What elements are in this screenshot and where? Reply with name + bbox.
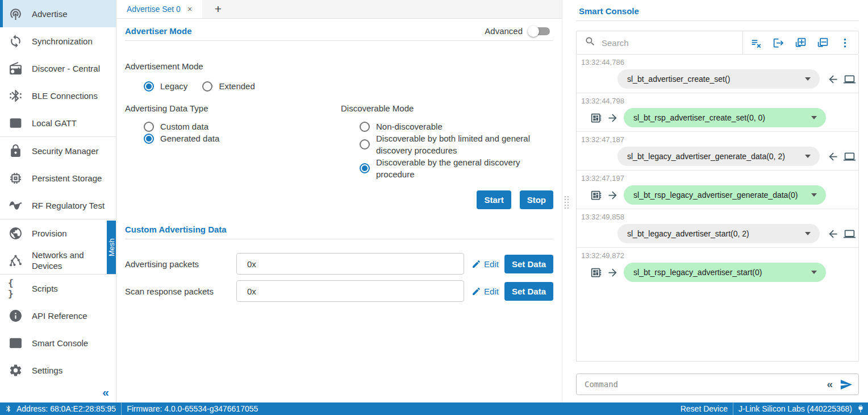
radio-option-custom-data[interactable]: Custom data [144, 121, 341, 132]
reset-device-button[interactable]: Reset Device [681, 404, 728, 413]
expand-all-icon[interactable] [793, 35, 808, 51]
sent-to-device-indicator [827, 151, 856, 163]
stop-button[interactable]: Stop [520, 190, 553, 209]
sidebar-item-label: Smart Console [32, 338, 88, 348]
command-text: sl_bt_legacy_advertiser_generate_data(0,… [627, 152, 785, 161]
tab-close-icon[interactable]: × [187, 5, 192, 14]
sidebar-item-scripts[interactable]: { }Scripts [0, 275, 116, 302]
device-response-indicator [590, 189, 619, 201]
panel-splitter[interactable] [562, 0, 570, 402]
radio-button[interactable] [144, 122, 154, 132]
radio-option-generated-data[interactable]: Generated data [144, 132, 341, 144]
smart-console-panel: Smart Console 13:32:44,786sl_bt_advertis… [570, 0, 868, 402]
sidebar-item-advertise[interactable]: Advertise [0, 0, 116, 27]
sidebar-item-persistent-storage[interactable]: Persistent Storage [0, 164, 116, 192]
advertise-icon [8, 7, 23, 21]
command-dropdown[interactable]: sl_bt_rsp_advertiser_create_set(0, 0) [624, 108, 826, 127]
laptop-icon [844, 73, 856, 85]
packet-data-input[interactable] [236, 280, 464, 302]
radio-button[interactable] [360, 122, 370, 132]
command-collapse-button[interactable]: « [827, 378, 833, 391]
sidebar-item-label: API Reference [32, 310, 87, 321]
console-toolbar-icons [743, 35, 858, 51]
sidebar-item-rf-regulatory-test[interactable]: RF Regulatory Test [0, 192, 116, 219]
table-icon [8, 116, 23, 130]
sidebar-item-provision[interactable]: Provision [0, 219, 116, 247]
advertiser-mode-title: Advertiser Mode [125, 26, 192, 36]
timestamp: 13:32:49,872 [581, 251, 854, 261]
sidebar-item-label: RF Regulatory Test [32, 200, 105, 211]
radio-button[interactable] [144, 134, 154, 144]
send-command-button[interactable] [840, 378, 853, 391]
sidebar-nav: AdvertiseSynchronizationDiscover - Centr… [0, 0, 116, 384]
dropdown-caret-icon [811, 116, 817, 119]
radio-button[interactable] [360, 139, 370, 150]
sent-to-device-indicator [827, 228, 856, 240]
timestamp: 13:32:44,786 [581, 57, 854, 68]
sidebar-item-smart-console[interactable]: Smart Console [0, 329, 116, 356]
sidebar-item-security-manager[interactable]: Security Manager [0, 137, 116, 164]
advanced-toggle[interactable] [529, 27, 550, 35]
more-menu-icon[interactable] [837, 35, 853, 51]
export-log-icon[interactable] [771, 35, 786, 51]
log-entry-response: 13:32:47,197sl_bt_rsp_legacy_advertiser_… [577, 171, 858, 209]
radio-option-legacy[interactable]: Legacy [144, 80, 187, 92]
radio-option-discoverable-by-the-general-discovery-pr[interactable]: Discoverable by the general discovery pr… [360, 156, 553, 180]
radio-label: Generated data [160, 132, 219, 144]
sidebar-item-settings[interactable]: Settings [0, 356, 116, 384]
edit-packet-button[interactable]: Edit [471, 287, 499, 296]
command-input[interactable] [585, 380, 820, 389]
radio-label: Discoverable by the general discovery pr… [376, 156, 553, 180]
sine-wave-icon [8, 198, 23, 213]
edit-packet-button[interactable]: Edit [471, 259, 499, 269]
firmware-version: Firmware: 4.0.0-65534-g3476617055 [127, 404, 258, 413]
log-entry-sent: 13:32:44,786sl_bt_advertiser_create_set(… [577, 55, 858, 93]
sidebar-collapse-button[interactable]: « [102, 385, 109, 399]
clear-log-icon[interactable] [749, 35, 764, 51]
start-button[interactable]: Start [477, 190, 511, 209]
command-row: « [576, 374, 859, 395]
radio-option-discoverable-by-both-limited-and-general[interactable]: Discoverable by both limited and general… [360, 132, 553, 156]
set-data-button[interactable]: Set Data [504, 255, 553, 273]
connected-device-label[interactable]: J-Link Silicon Labs (440225368) [738, 404, 852, 413]
sidebar-item-api-reference[interactable]: API Reference [0, 302, 116, 329]
set-data-button[interactable]: Set Data [504, 282, 553, 301]
packet-row-advertising-packets: Advertising packetsEditSet Data [125, 253, 553, 275]
collapse-all-icon[interactable] [815, 35, 831, 51]
smart-console-title: Smart Console [576, 0, 859, 21]
command-dropdown[interactable]: sl_bt_legacy_advertiser_start(0, 2) [617, 224, 820, 243]
packet-data-input[interactable] [236, 253, 464, 275]
tab-advertise-set-0[interactable]: Advertise Set 0 × [116, 0, 202, 18]
arrow-left-icon [827, 73, 839, 85]
console-toolbar [576, 31, 859, 55]
command-dropdown[interactable]: sl_bt_rsp_legacy_advertiser_generate_dat… [624, 185, 826, 205]
command-text: sl_bt_legacy_advertiser_start(0, 2) [627, 229, 749, 238]
sidebar-item-networks-and-devices[interactable]: Networks and Devices [0, 247, 116, 274]
radio-button[interactable] [360, 163, 370, 173]
discoverable-mode-label: Discoverable Mode [341, 103, 553, 113]
sidebar-item-label: Discover - Central [32, 63, 100, 74]
radio-button[interactable] [202, 81, 212, 92]
radio-option-extended[interactable]: Extended [202, 80, 254, 92]
sidebar-item-label: Local GATT [32, 118, 77, 128]
chip-icon [8, 171, 23, 185]
dropdown-caret-icon [811, 193, 817, 197]
sidebar-item-synchronization[interactable]: Synchronization [0, 27, 116, 55]
radio-option-non-discoverable[interactable]: Non-discoverable [360, 121, 553, 132]
debug-probe-icon [857, 405, 865, 413]
add-tab-button[interactable]: + [202, 0, 234, 18]
command-dropdown[interactable]: sl_bt_legacy_advertiser_generate_data(0,… [617, 147, 820, 166]
braces-icon: { } [8, 277, 23, 299]
search-zone [577, 31, 743, 54]
laptop-icon [844, 151, 856, 163]
radio-button[interactable] [144, 81, 154, 92]
sidebar-item-ble-connections[interactable]: BLE Connections [0, 82, 116, 109]
command-dropdown[interactable]: sl_bt_rsp_legacy_advertiser_start(0) [624, 263, 826, 282]
sidebar-item-discover-central[interactable]: Discover - Central [0, 55, 116, 82]
custom-advertising-data-title: Custom Advertising Data [125, 225, 227, 234]
sidebar-item-local-gatt[interactable]: Local GATT [0, 109, 116, 136]
search-input[interactable] [602, 38, 742, 48]
command-dropdown[interactable]: sl_bt_advertiser_create_set() [617, 69, 820, 89]
lock-icon [8, 144, 23, 158]
console-log: 13:32:44,786sl_bt_advertiser_create_set(… [576, 55, 859, 362]
